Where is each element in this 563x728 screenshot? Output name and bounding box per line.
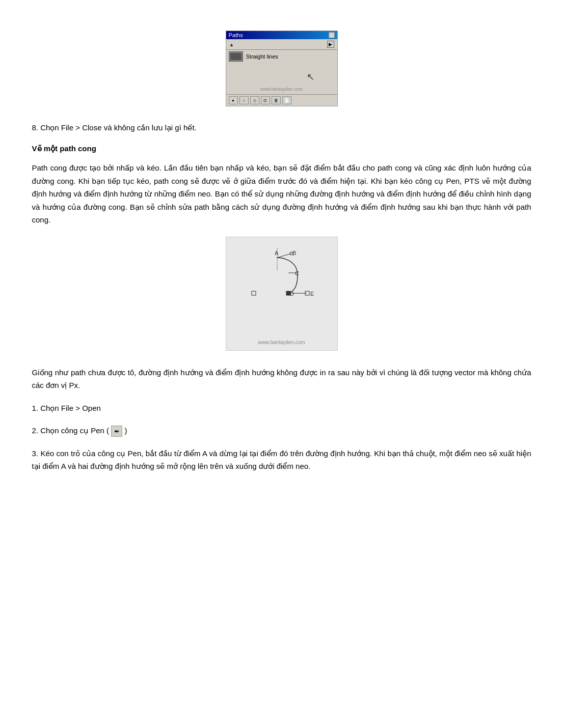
- close-btn: ×: [329, 32, 335, 38]
- pen-tool-icon: ✒: [111, 426, 122, 437]
- page-content: Paths × ▲ ▶ Straight lines ↖ www.bantayd: [32, 31, 531, 473]
- path-thumbnail: [229, 51, 243, 62]
- paths-panel: Paths × ▲ ▶ Straight lines ↖ www.bantayd: [226, 31, 338, 106]
- section-heading: Vẽ một path cong: [32, 144, 531, 153]
- step1-text: 1. Chọn File > Open: [32, 402, 531, 414]
- paragraph2: Giống như path chưa được tô, đường định …: [32, 366, 531, 392]
- curved-path-svg: A B C D E: [231, 242, 333, 334]
- step8-text: 8. Chọn File > Close và không cần lưu lạ…: [32, 122, 531, 134]
- scroll-indicator: ▲: [229, 42, 234, 47]
- svg-rect-0: [231, 242, 333, 329]
- step2-container: 2. Chọn công cụ Pen ( ✒ ): [32, 425, 531, 437]
- menu-btn[interactable]: ▶: [327, 41, 334, 48]
- footer-btn-2[interactable]: ○: [239, 96, 249, 104]
- step2-text: 2. Chọn công cụ Pen ( ✒ ): [32, 425, 531, 437]
- paths-watermark: www.bantayden.com: [260, 87, 303, 92]
- footer-btn-3[interactable]: ◇: [250, 96, 259, 104]
- svg-text:A: A: [275, 250, 279, 256]
- step3-text: 3. Kéo con trỏ của công cụ Pen, bắt đầu …: [32, 447, 531, 473]
- curved-path-panel: A B C D E: [226, 237, 338, 351]
- paths-panel-row: Straight lines: [226, 50, 337, 64]
- cursor-icon: ↖: [307, 71, 314, 82]
- footer-btn-4[interactable]: ⊡: [261, 96, 270, 104]
- paragraph2-container: Giống như path chưa được tô, đường định …: [32, 366, 531, 392]
- step1-container: 1. Chọn File > Open: [32, 402, 531, 414]
- paragraph1: Path cong được tạo bởi nhấp và kéo. Lần …: [32, 161, 531, 227]
- paths-panel-title: Paths: [229, 32, 243, 38]
- footer-btn-6[interactable]: 📄: [282, 96, 291, 104]
- titlebar-controls: ×: [329, 32, 335, 38]
- curved-path-watermark: www.bantayden.com: [231, 340, 332, 345]
- svg-text:E: E: [310, 291, 314, 297]
- path-label: Straight lines: [246, 53, 279, 60]
- paragraph1-container: Path cong được tạo bởi nhấp và kéo. Lần …: [32, 161, 531, 227]
- paths-panel-header: ▲ ▶: [226, 39, 337, 50]
- thumb-inner: [230, 53, 242, 60]
- paths-panel-body: ↖ www.bantayden.com: [226, 64, 337, 94]
- footer-btn-1[interactable]: ●: [229, 96, 238, 104]
- paths-panel-image-container: Paths × ▲ ▶ Straight lines ↖ www.bantayd: [32, 31, 531, 106]
- step8-container: 8. Chọn File > Close và không cần lưu lạ…: [32, 122, 531, 134]
- step3-container: 3. Kéo con trỏ của công cụ Pen, bắt đầu …: [32, 447, 531, 473]
- footer-btn-5[interactable]: 🗑: [272, 96, 281, 104]
- curved-path-image-container: A B C D E: [32, 237, 531, 351]
- paths-panel-titlebar: Paths ×: [226, 31, 337, 39]
- section-heading-container: Vẽ một path cong: [32, 144, 531, 153]
- paths-panel-footer: ● ○ ◇ ⊡ 🗑 📄: [226, 94, 337, 106]
